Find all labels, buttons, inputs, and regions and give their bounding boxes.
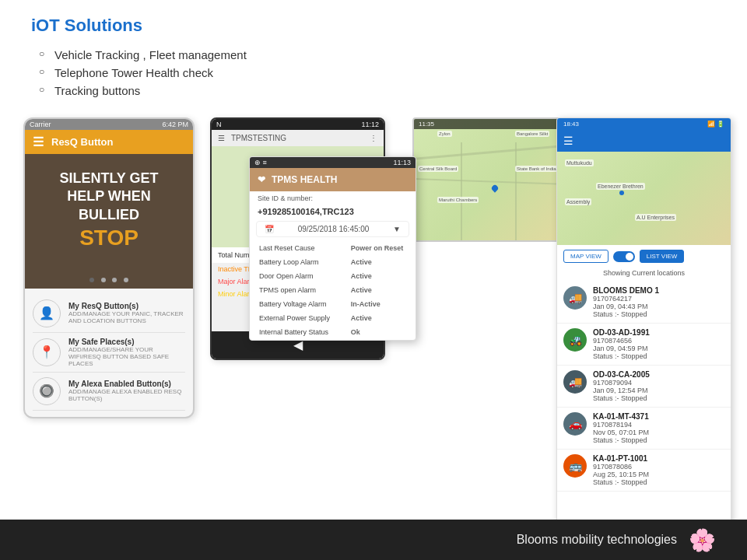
tpms-more-icon[interactable]: ⋮ <box>370 134 377 142</box>
vehicle-icon: 🚚 <box>563 370 587 394</box>
person-icon: 👤 <box>33 299 61 327</box>
vp-menu-icon[interactable]: ☰ <box>563 135 573 147</box>
tpms-app-header: ☰ TPMSTESTING ⋮ <box>212 130 384 146</box>
list-view-btn[interactable]: LIST VIEW <box>640 250 684 263</box>
dot-3[interactable] <box>112 278 117 282</box>
feature-list: Vehicle Tracking , Fleet management Tele… <box>31 48 716 97</box>
vp-mini-map: Muttukudu Ebenezer Brethren Assembly A.U… <box>557 152 731 245</box>
dot-2[interactable] <box>101 278 106 282</box>
vehicle-date: Jan 09, 12:54 PM <box>593 387 724 394</box>
menu-item-sub-2: ADD/MANAGE/SHARE YOUR WIFI/RESQ BUTTON B… <box>68 346 185 367</box>
map-road-4 <box>515 142 517 242</box>
main-content: Carrier 6:42 PM ☰ ResQ Button SILENTLY G… <box>0 110 747 426</box>
field-label-4: Battery Voltage Alarm <box>251 298 342 310</box>
menu-item-sub-1: ADD/MANAGE YOUR PANIC, TRACKER AND LOCAT… <box>68 310 185 324</box>
tpms-health-popup: ⊕ ≡ 11:13 ❤ TPMS HEALTH Site ID & number… <box>249 156 416 341</box>
vehicle-icon: 🚜 <box>563 328 587 352</box>
popup-time: 11:13 <box>393 159 411 166</box>
vehicle-list-item[interactable]: 🚗 KA-01-MT-4371 9170878194 Nov 05, 07:01… <box>557 408 731 450</box>
vehicle-name: BLOOMS DEMO 1 <box>593 286 724 295</box>
hero-line3: BULLIED <box>79 206 139 224</box>
feature-item-1: Vehicle Tracking , Fleet management <box>39 48 716 61</box>
vehicle-date: Aug 25, 10:15 PM <box>593 471 724 478</box>
hamburger-icon[interactable]: ☰ <box>33 135 44 149</box>
tpms-section: N 11:12 ☰ TPMSTESTING ⋮ Total Number of … <box>210 117 397 360</box>
vehicle-info: KA-01-MT-4371 9170878194 Nov 05, 07:01 P… <box>593 412 724 444</box>
resq-phone-mockup: Carrier 6:42 PM ☰ ResQ Button SILENTLY G… <box>23 117 195 418</box>
vehicle-name: OD-03-AD-1991 <box>593 328 724 337</box>
menu-item-safe-places[interactable]: 📍 My Safe Places(s) ADD/MANAGE/SHARE YOU… <box>33 333 185 373</box>
dropdown-icon[interactable]: ▼ <box>393 225 401 233</box>
vehicle-list-item[interactable]: 🚌 KA-01-PT-1001 9170878086 Aug 25, 10:15… <box>557 450 731 492</box>
menu-item-title-3: My Alexa Enabled Button(s) <box>68 380 185 388</box>
menu-item-title-1: My ResQ Button(s) <box>68 302 185 310</box>
field-value-4: In-Active <box>343 298 414 310</box>
header-section: iOT Solutions Vehicle Tracking , Fleet m… <box>0 0 747 110</box>
map-label-2: Bangalore Silkt <box>515 131 549 137</box>
hero-line1: SILENTLY GET <box>59 170 158 187</box>
field-label-2: Door Open Alarm <box>251 270 342 282</box>
tpms-field-row: Battery Loop AlarmActive <box>251 256 414 268</box>
popup-status-bar: ⊕ ≡ 11:13 <box>250 157 416 168</box>
map-label-3: Central Silk Board <box>418 166 458 172</box>
vehicle-list-item[interactable]: 🚜 OD-03-AD-1991 9170874656 Jan 09, 04:59… <box>557 324 731 366</box>
popup-phone: +919285100164,TRC123 <box>250 205 416 221</box>
map-road-3 <box>461 142 462 242</box>
map-label-4: State Bank of India <box>515 166 558 172</box>
time-label: 6:42 PM <box>162 121 188 128</box>
menu-item-alexa[interactable]: 🔘 My Alexa Enabled Button(s) ADD/MANAGE … <box>33 373 185 411</box>
mini-map-label-1: Muttukudu <box>565 159 594 166</box>
map-marker <box>490 184 499 192</box>
mini-map-dot <box>619 191 624 195</box>
menu-item-resq-button[interactable]: 👤 My ResQ Button(s) ADD/MANAGE YOUR PANI… <box>33 295 185 333</box>
vehicle-status: Status :- Stopped <box>593 352 724 360</box>
vehicle-phone: 9170764217 <box>593 295 724 303</box>
vp-status-bar: 18:43 📶 🔋 <box>557 118 731 130</box>
showing-locations-text: Showing Current locations <box>557 268 731 282</box>
tpms-menu-icon[interactable]: ☰ <box>218 134 225 142</box>
field-label-1: Battery Loop Alarm <box>251 256 342 268</box>
vehicle-icon: 🚌 <box>563 454 587 478</box>
tpms-field-row: Door Open AlarmActive <box>251 270 414 282</box>
vp-icons: 📶 🔋 <box>707 121 724 128</box>
menu-item-title-2: My Safe Places(s) <box>68 338 185 346</box>
vehicle-name: KA-01-PT-1001 <box>593 454 724 463</box>
vehicle-list-item[interactable]: 🚚 OD-03-CA-2005 9170879094 Jan 09, 12:54… <box>557 366 731 408</box>
vehicle-date: Jan 09, 04:59 PM <box>593 345 724 352</box>
vehicle-name: OD-03-CA-2005 <box>593 370 724 379</box>
map-label-5: Maruthi Chambers <box>437 197 479 203</box>
tpms-status-bar: N 11:12 <box>212 119 384 130</box>
calendar-icon: 📅 <box>265 225 274 233</box>
toggle-switch[interactable] <box>613 251 635 262</box>
location-icon: 📍 <box>33 338 61 366</box>
dot-1[interactable] <box>89 278 94 282</box>
field-label-5: External Power Supply <box>251 312 342 324</box>
popup-icons: ⊕ ≡ <box>254 159 267 166</box>
tpms-time: 11:12 <box>361 121 379 128</box>
hero-line2: HELP WHEN <box>67 187 151 205</box>
vehicle-status: Status :- Stopped <box>593 310 724 318</box>
map-time: 11:35 <box>419 121 434 128</box>
popup-date-row[interactable]: 📅 09/25/2018 16:45:00 ▼ <box>256 221 409 237</box>
vehicle-date: Nov 05, 07:01 PM <box>593 429 724 436</box>
tpms-carrier: N <box>216 121 222 128</box>
map-view-btn[interactable]: MAP VIEW <box>563 250 608 263</box>
vehicle-list: 🚚 BLOOMS DEMO 1 9170764217 Jan 09, 04:43… <box>557 282 731 523</box>
vehicle-list-item[interactable]: 🚚 BLOOMS DEMO 1 9170764217 Jan 09, 04:43… <box>557 282 731 324</box>
resq-hero-banner: SILENTLY GET HELP WHEN BULLIED STOP <box>25 154 193 268</box>
vp-app-bar: ☰ <box>557 130 731 152</box>
vehicle-status: Status :- Stopped <box>593 478 724 486</box>
field-label-0: Last Reset Cause <box>251 242 342 254</box>
field-value-1: Active <box>343 256 414 268</box>
vehicle-info: KA-01-PT-1001 9170878086 Aug 25, 10:15 P… <box>593 454 724 486</box>
vehicle-info: BLOOMS DEMO 1 9170764217 Jan 09, 04:43 P… <box>593 286 724 318</box>
field-value-0: Power on Reset <box>343 242 414 254</box>
mini-map-label-3: Assembly <box>565 198 591 205</box>
feature-item-3: Tracking buttons <box>39 84 716 97</box>
vehicle-status: Status :- Stopped <box>593 436 724 444</box>
mini-map-label-4: A.U Enterprises <box>635 214 676 221</box>
vp-time: 18:43 <box>563 121 579 128</box>
dot-4[interactable] <box>124 278 128 282</box>
lotus-icon: 🌸 <box>689 527 716 553</box>
vehicle-phone: 9170878194 <box>593 421 724 429</box>
